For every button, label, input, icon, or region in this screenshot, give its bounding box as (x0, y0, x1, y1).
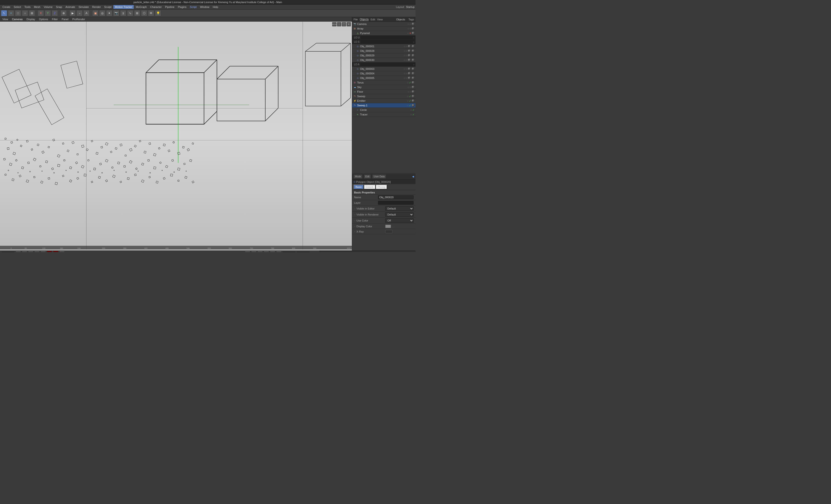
menu-mograph[interactable]: MoGraph (134, 5, 148, 9)
obj-row-lo-u[interactable]: LO U ○ (352, 35, 416, 40)
vp-menu-panel[interactable]: Panel (61, 18, 69, 21)
obj-row-pyramid[interactable]: △ Pyramid ○ ✕ (352, 31, 416, 35)
menu-volume[interactable]: Volume (42, 5, 54, 9)
obj-row-obj30[interactable]: ◇ Obj_000030 ○ ○ (352, 58, 416, 62)
obj-mgr-edit-menu[interactable]: Edit (371, 18, 375, 21)
obj-row-obj3[interactable]: ◇ Obj_000003 ○ ○ (352, 67, 416, 71)
vp-btn-4[interactable]: ✕ (347, 22, 351, 26)
toolbar-object-btn[interactable]: □ (15, 10, 21, 16)
obj-row-obj1[interactable]: ◇ Obj_000001 ○ ○ (352, 44, 416, 49)
tl-btn-prefs[interactable]: ≡ (276, 251, 282, 252)
tl-btn-help[interactable]: ? (59, 251, 65, 252)
obj-row-emitter[interactable]: ⚡ Emitter ○ ✓ (352, 99, 416, 103)
obj-mgr-objects-btn[interactable]: Objects (396, 18, 405, 21)
tl-btn-playpause[interactable]: ⏸ (28, 251, 33, 252)
obj-row-sweep[interactable]: ↷ Sweep ○ ✓ (352, 94, 416, 99)
obj-row-lo-a[interactable]: LO A ○ (352, 62, 416, 67)
tl-btn-zoom[interactable]: 🔍 (251, 251, 257, 252)
menu-simulate[interactable]: Simulate (77, 5, 90, 9)
tl-btn-move[interactable]: ✛ (245, 251, 250, 252)
toolbar-bulb-btn[interactable]: 💡 (155, 10, 161, 16)
toolbar-light-btn[interactable]: ✦ (106, 10, 112, 16)
toolbar-nurbs-btn[interactable]: ∿ (127, 10, 133, 16)
prop-dropdown-visible-renderer[interactable]: Default On Off (385, 212, 413, 217)
timeline-end-frame[interactable] (282, 252, 296, 252)
obj-mgr-file-menu[interactable]: File (353, 18, 358, 21)
vp-btn-1[interactable]: ⟵⟶ (332, 22, 337, 26)
tl-btn-play2[interactable]: ▶ (264, 251, 269, 252)
obj-row-obj4[interactable]: ◇ Obj_000004 ○ ○ (352, 71, 416, 76)
vp-menu-prorender[interactable]: ProRender (71, 18, 86, 21)
menu-help[interactable]: Help (211, 5, 220, 9)
prop-field-name[interactable] (378, 195, 413, 199)
vp-menu-filter[interactable]: Filter (51, 18, 59, 21)
toolbar-world-btn[interactable]: ⊕ (60, 10, 67, 16)
vp-menu-view[interactable]: View (1, 18, 9, 21)
vp-menu-display[interactable]: Display (25, 18, 36, 21)
menu-animate[interactable]: Animate (64, 5, 77, 9)
vp-menu-cameras[interactable]: Cameras (11, 18, 24, 21)
tl-btn-prev[interactable]: ⏪ (22, 251, 27, 252)
toolbar-cam-btn[interactable]: 📷 (113, 10, 119, 16)
toolbar-keyframe-btn[interactable]: ⬦ (76, 10, 83, 16)
viewport-canvas[interactable]: 0 60 120 180 240 300 360 420 480 540 600… (0, 22, 352, 249)
toolbar-deform-btn[interactable]: ⧖ (120, 10, 126, 16)
menu-select[interactable]: Select (12, 5, 23, 9)
prop-mode-btn[interactable]: Mode (353, 175, 363, 179)
menu-script[interactable]: Script (189, 5, 198, 9)
toolbar-auto-btn[interactable]: A (83, 10, 90, 16)
prop-edit-btn[interactable]: Edit (364, 175, 371, 179)
prop-tab-basic[interactable]: Basic (353, 184, 364, 189)
toolbar-z-btn[interactable]: Z (52, 10, 58, 16)
menu-sculpt[interactable]: Sculpt (103, 5, 113, 9)
toolbar-cube-btn[interactable]: ▣ (92, 10, 98, 16)
vp-menu-options[interactable]: Options (38, 18, 49, 21)
vp-btn-3[interactable]: ⛶ (342, 22, 346, 26)
menu-plugins[interactable]: Plugins (176, 5, 188, 9)
toolbar-add-btn[interactable]: + (8, 10, 14, 16)
prop-field-layer[interactable] (378, 201, 413, 205)
toolbar-mograph-btn[interactable]: ⊞ (134, 10, 140, 16)
menu-pipeline[interactable]: Pipeline (164, 5, 176, 9)
tl-btn-autokey[interactable]: ⏺ (53, 251, 58, 252)
toolbar-fields-btn[interactable]: ⬡ (141, 10, 147, 16)
menu-mesh[interactable]: Mesh (32, 5, 42, 9)
prop-tab-coord[interactable]: Coord. (364, 184, 376, 189)
menu-window[interactable]: Window (199, 5, 211, 9)
menu-create[interactable]: Create (1, 5, 12, 9)
vp-btn-2[interactable]: ↕ (337, 22, 341, 26)
obj-row-obj5[interactable]: ◇ Obj_000005 ○ ○ (352, 76, 416, 80)
prop-dropdown-use-color[interactable]: Off Always Auto (385, 218, 413, 223)
obj-row-torus[interactable]: ⊙ Torus ○ ✓ (352, 80, 416, 85)
obj-row-array[interactable]: ⊟ Array ○ ○ (352, 26, 416, 31)
obj-mgr-objects-tab[interactable]: Objects (360, 18, 369, 21)
tl-btn-end[interactable]: ⏭ (40, 251, 46, 252)
timeline-fps[interactable] (296, 252, 310, 252)
toolbar-visible-btn[interactable]: 👁 (148, 10, 154, 16)
timeline-current-frame[interactable] (1, 252, 15, 252)
obj-row-sweep1[interactable]: ↷ Sweep.1 ○ ✓ (352, 103, 416, 108)
toolbar-rotate-btn[interactable]: ○ (22, 10, 28, 16)
toolbar-scale-btn[interactable]: ⊞ (29, 10, 35, 16)
tl-btn-grid[interactable]: ⊟ (270, 251, 275, 252)
obj-mgr-tags-btn[interactable]: Tags (408, 18, 414, 21)
obj-row-sky[interactable]: ☁ Sky ○ ○ (352, 85, 416, 90)
menu-motion-tracker[interactable]: Motion Tracker (113, 5, 134, 9)
toolbar-anim-btn[interactable]: ▶ (69, 10, 76, 16)
menu-render[interactable]: Render (91, 5, 102, 9)
toolbar-sphere-btn[interactable]: ◎ (99, 10, 106, 16)
obj-mgr-view-menu[interactable]: View (377, 18, 383, 21)
prop-display-color-swatch[interactable] (385, 225, 391, 228)
toolbar-y-btn[interactable]: Y (45, 10, 51, 16)
toolbar-cursor-btn[interactable]: ↖ (1, 10, 7, 16)
tl-btn-start[interactable]: ⏮ (16, 251, 21, 252)
obj-row-lo-s[interactable]: LO S ○ (352, 40, 416, 44)
obj-row-obj29[interactable]: ◇ Obj_000029 ○ ○ (352, 53, 416, 58)
prop-userdata-btn[interactable]: User Data (372, 175, 386, 179)
obj-row-camera[interactable]: 📷 Camera ○ ○ (352, 22, 416, 26)
tl-btn-next[interactable]: ⏩ (34, 251, 40, 252)
tl-btn-record[interactable]: ⏺ (47, 251, 52, 252)
menu-snap[interactable]: Snap (55, 5, 64, 9)
prop-arrow-btn[interactable]: ◀ (412, 175, 414, 178)
obj-row-tracer[interactable]: ∿ Tracer ○ ✓ (352, 112, 416, 117)
